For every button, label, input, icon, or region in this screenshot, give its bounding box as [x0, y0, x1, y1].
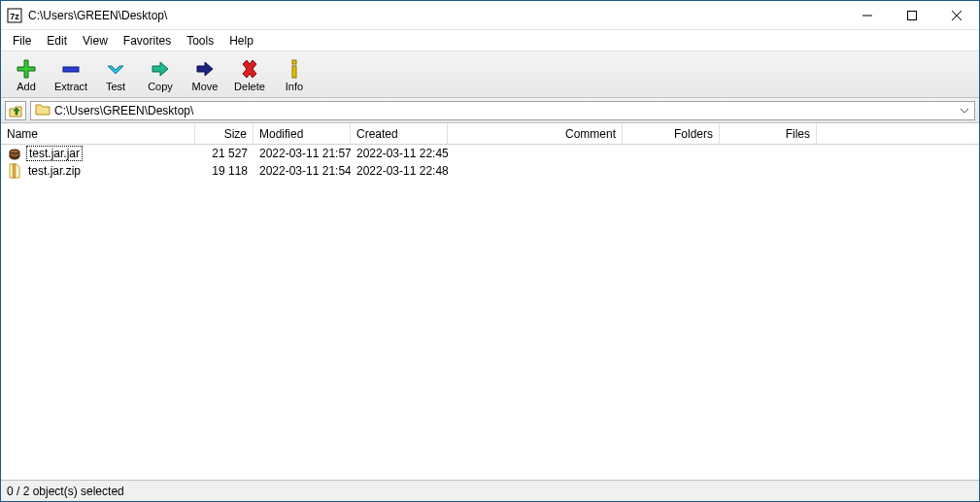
delete-x-icon	[238, 57, 261, 81]
plus-icon	[15, 57, 38, 81]
menu-favorites[interactable]: Favorites	[116, 32, 179, 50]
table-row[interactable]: test.jar.jar21 5272022-03-11 21:572022-0…	[1, 145, 979, 162]
minimize-button[interactable]	[845, 1, 890, 29]
file-rows[interactable]: test.jar.jar21 5272022-03-11 21:572022-0…	[1, 145, 979, 480]
titlebar: 7z C:\Users\GREEN\Desktop\	[1, 1, 979, 30]
col-modified[interactable]: Modified	[253, 123, 351, 144]
svg-rect-6	[63, 67, 79, 72]
copy-button[interactable]: Copy	[141, 55, 180, 94]
column-headers: Name Size Modified Created Comment Folde…	[1, 123, 979, 145]
pathbar: C:\Users\GREEN\Desktop\	[1, 98, 979, 123]
add-label: Add	[17, 81, 36, 92]
extract-button[interactable]: Extract	[51, 55, 90, 94]
add-button[interactable]: Add	[7, 55, 46, 94]
check-icon	[104, 57, 127, 81]
copy-arrow-icon	[149, 57, 172, 81]
file-name: test.jar.zip	[26, 164, 83, 178]
move-label: Move	[192, 81, 219, 92]
file-created: 2022-03-11 22:45	[351, 147, 448, 160]
file-modified: 2022-03-11 21:57	[253, 147, 351, 160]
move-arrow-icon	[193, 57, 217, 81]
menu-tools[interactable]: Tools	[179, 32, 221, 50]
file-modified: 2022-03-11 21:54	[253, 164, 351, 178]
chevron-down-icon[interactable]	[957, 102, 972, 119]
window-controls	[845, 1, 979, 29]
info-icon	[283, 57, 306, 81]
toolbar: Add Extract Test Copy Move	[1, 51, 979, 98]
svg-rect-11	[13, 164, 16, 178]
menu-help[interactable]: Help	[221, 32, 261, 50]
maximize-button[interactable]	[890, 1, 934, 29]
col-name[interactable]: Name	[1, 123, 195, 144]
svg-rect-7	[292, 60, 296, 64]
copy-label: Copy	[148, 81, 173, 92]
minus-icon	[59, 57, 83, 81]
file-size: 19 118	[195, 164, 253, 178]
menu-view[interactable]: View	[75, 32, 116, 50]
menubar: File Edit View Favorites Tools Help	[1, 30, 979, 51]
col-files[interactable]: Files	[720, 123, 817, 144]
path-combo[interactable]: C:\Users\GREEN\Desktop\	[30, 101, 975, 120]
info-button[interactable]: Info	[275, 55, 314, 94]
path-text: C:\Users\GREEN\Desktop\	[54, 104, 193, 117]
svg-rect-3	[908, 11, 917, 19]
jar-icon	[7, 146, 22, 161]
app-icon: 7z	[7, 8, 22, 23]
window-title: C:\Users\GREEN\Desktop\	[28, 9, 845, 22]
zip-icon	[7, 163, 22, 179]
col-comment[interactable]: Comment	[448, 123, 623, 144]
close-button[interactable]	[934, 1, 979, 29]
folder-icon	[35, 101, 51, 119]
col-folders[interactable]: Folders	[623, 123, 720, 144]
info-label: Info	[286, 81, 303, 92]
file-created: 2022-03-11 22:48	[351, 164, 448, 178]
file-name: test.jar.jar	[26, 146, 83, 161]
svg-rect-8	[292, 66, 296, 78]
table-row[interactable]: test.jar.zip19 1182022-03-11 21:542022-0…	[1, 162, 979, 180]
test-button[interactable]: Test	[96, 55, 135, 94]
delete-button[interactable]: Delete	[230, 55, 269, 94]
statusbar: 0 / 2 object(s) selected	[1, 480, 979, 501]
menu-edit[interactable]: Edit	[39, 32, 75, 50]
extract-label: Extract	[54, 81, 87, 92]
test-label: Test	[106, 81, 125, 92]
col-size[interactable]: Size	[195, 123, 253, 144]
svg-text:7z: 7z	[10, 12, 19, 21]
file-size: 21 527	[195, 147, 253, 160]
svg-point-10	[10, 150, 19, 153]
up-button[interactable]	[5, 101, 26, 120]
file-list: Name Size Modified Created Comment Folde…	[1, 123, 979, 480]
menu-file[interactable]: File	[5, 32, 39, 50]
col-created[interactable]: Created	[351, 123, 448, 144]
delete-label: Delete	[234, 81, 265, 92]
move-button[interactable]: Move	[186, 55, 224, 94]
status-text: 0 / 2 object(s) selected	[7, 485, 124, 498]
